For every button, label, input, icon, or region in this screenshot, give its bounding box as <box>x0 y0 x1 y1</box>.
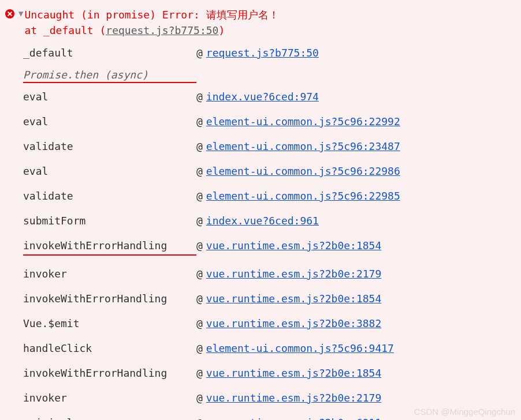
frame-at: @ <box>196 188 203 204</box>
stack-frames: _default @ request.js?b775:50 Promise.th… <box>5 40 516 420</box>
frame-source-link[interactable]: request.js?b775:50 <box>206 45 319 61</box>
error-message-block: Uncaught (in promise) Error: 请填写用户名！ at … <box>24 7 278 38</box>
frame-at: @ <box>196 89 203 104</box>
stack-frame: Vue.$emit@vue.runtime.esm.js?2b0e:3882 <box>23 311 516 336</box>
frame-source-link[interactable]: element-ui.common.js?5c96:23487 <box>206 138 400 154</box>
async-label: Promise.then (async) <box>23 65 196 83</box>
stack-frame-top: _default @ request.js?b775:50 <box>23 40 516 65</box>
frame-function: submitForm <box>23 213 196 228</box>
frame-at: @ <box>196 340 203 356</box>
frame-at: @ <box>196 238 203 253</box>
frame-at: @ <box>196 390 203 406</box>
frame-at: @ <box>196 266 203 282</box>
frame-at: @ <box>196 291 203 306</box>
async-boundary: Promise.then (async) <box>23 65 516 84</box>
frame-function: handleClick <box>23 340 196 356</box>
frame-function: invokeWithErrorHandling <box>23 291 196 306</box>
frame-function: eval <box>23 89 196 104</box>
frame-function: invoker <box>23 390 196 406</box>
stack-frame: validate@element-ui.common.js?5c96:22985 <box>23 183 516 208</box>
frame-function: _default <box>23 45 196 61</box>
error-at-prefix: at _default (request.js?b775:50) <box>24 24 225 36</box>
frame-at: @ <box>196 114 203 129</box>
frame-function: validate <box>23 188 196 204</box>
frame-source-link[interactable]: index.vue?6ced:974 <box>206 89 319 104</box>
stack-frame: eval@index.vue?6ced:974 <box>23 84 516 109</box>
stack-frame: submitForm@index.vue?6ced:961 <box>23 208 516 233</box>
frame-at: @ <box>196 45 203 61</box>
frame-source-link[interactable]: vue.runtime.esm.js?2b0e:3882 <box>206 316 381 331</box>
frame-function: original._wrapper <box>23 415 196 420</box>
frame-source-link[interactable]: vue.runtime.esm.js?2b0e:1854 <box>206 365 381 381</box>
stack-frame: invoker@vue.runtime.esm.js?2b0e:2179 <box>23 385 516 410</box>
frame-source-link[interactable]: vue.runtime.esm.js?2b0e:2179 <box>206 390 381 406</box>
stack-frame: original._wrapper@vue.runtime.esm.js?2b0… <box>23 410 516 420</box>
stack-frame: handleClick@element-ui.common.js?5c96:94… <box>23 336 516 361</box>
stack-frame: eval@element-ui.common.js?5c96:22986 <box>23 159 516 183</box>
error-header: ▼ Uncaught (in promise) Error: 请填写用户名！ a… <box>5 5 516 40</box>
frame-source-link[interactable]: element-ui.common.js?5c96:22985 <box>206 188 400 204</box>
frame-source-link[interactable]: vue.runtime.esm.js?2b0e:6911 <box>206 415 381 420</box>
frame-at: @ <box>196 365 203 381</box>
stack-frame: invokeWithErrorHandling@vue.runtime.esm.… <box>23 361 516 385</box>
error-source-link[interactable]: request.js?b775:50 <box>106 24 218 36</box>
frame-source-link[interactable]: index.vue?6ced:961 <box>206 213 319 228</box>
frame-at: @ <box>196 138 203 154</box>
frame-source-link[interactable]: element-ui.common.js?5c96:22986 <box>206 163 400 179</box>
frame-function: invokeWithErrorHandling <box>23 238 196 256</box>
frame-at: @ <box>196 213 203 228</box>
error-message: Uncaught (in promise) Error: 请填写用户名！ <box>24 9 278 21</box>
stack-frame: invokeWithErrorHandling@vue.runtime.esm.… <box>23 286 516 311</box>
expand-triangle-icon[interactable]: ▼ <box>18 9 23 18</box>
frame-at: @ <box>196 415 203 420</box>
stack-frame: invokeWithErrorHandling@vue.runtime.esm.… <box>23 233 516 261</box>
frame-function: Vue.$emit <box>23 316 196 331</box>
frame-function: validate <box>23 138 196 154</box>
frame-function: eval <box>23 114 196 129</box>
stack-frame: invoker@vue.runtime.esm.js?2b0e:2179 <box>23 261 516 286</box>
frame-source-link[interactable]: element-ui.common.js?5c96:22992 <box>206 114 400 129</box>
error-icon <box>5 9 15 21</box>
frame-at: @ <box>196 163 203 179</box>
frame-source-link[interactable]: vue.runtime.esm.js?2b0e:1854 <box>206 291 381 306</box>
frame-function: eval <box>23 163 196 179</box>
frame-source-link[interactable]: vue.runtime.esm.js?2b0e:1854 <box>206 238 381 253</box>
frame-source-link[interactable]: element-ui.common.js?5c96:9417 <box>206 340 394 356</box>
frame-function: invokeWithErrorHandling <box>23 365 196 381</box>
frame-function: invoker <box>23 266 196 282</box>
stack-frame: eval@element-ui.common.js?5c96:22992 <box>23 109 516 134</box>
frame-source-link[interactable]: vue.runtime.esm.js?2b0e:2179 <box>206 266 381 282</box>
frame-at: @ <box>196 316 203 331</box>
stack-frame: validate@element-ui.common.js?5c96:23487 <box>23 134 516 159</box>
